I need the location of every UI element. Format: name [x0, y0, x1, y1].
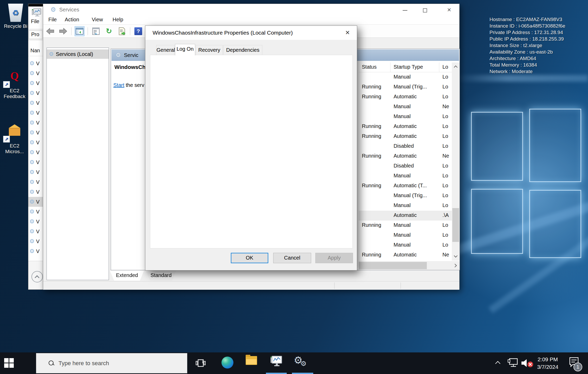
scroll-up-icon[interactable]	[452, 62, 460, 71]
table-row[interactable]: RunningAutomaticLo	[359, 132, 452, 141]
list-item[interactable]: ⚙V	[28, 59, 43, 68]
table-row[interactable]: ManualLo	[359, 171, 452, 181]
column-header-startup-type[interactable]: Startup Type	[390, 62, 439, 72]
refresh-button[interactable]: ↻	[104, 26, 114, 36]
table-row[interactable]: RunningAutomaticNe	[359, 250, 452, 260]
vertical-scrollbar[interactable]	[452, 62, 460, 261]
performance-monitor-icon[interactable]	[270, 355, 283, 369]
scroll-right-icon[interactable]	[452, 261, 460, 270]
list-item[interactable]: ⚙V	[28, 128, 43, 138]
tab-dependencies[interactable]: Dependencies	[223, 45, 262, 55]
menu-action[interactable]: Action	[65, 17, 79, 23]
network-icon[interactable]	[507, 358, 519, 370]
desktop-icon-ec2-feedback[interactable]: Q ↗ EC2 Feedback	[0, 71, 29, 99]
table-row[interactable]: DisabledLo	[359, 141, 452, 151]
properties-button[interactable]	[91, 26, 101, 36]
tab-recovery[interactable]: Recovery	[196, 45, 223, 55]
task-view-icon[interactable]	[195, 358, 206, 369]
table-row[interactable]: RunningAutomaticNe	[359, 151, 452, 161]
table-row[interactable]: ManualLo	[359, 230, 452, 240]
tab-general[interactable]: General	[156, 45, 174, 55]
menu-file[interactable]: File	[48, 17, 57, 23]
list-item[interactable]: ⚙V	[28, 147, 43, 157]
gear-icon: ⚙	[29, 139, 35, 146]
scroll-up-icon[interactable]	[31, 271, 43, 282]
apply-button[interactable]: Apply	[315, 253, 353, 263]
scrollbar-thumb[interactable]	[452, 208, 459, 242]
back-button[interactable]	[45, 26, 55, 36]
scroll-down-icon[interactable]	[452, 252, 460, 261]
tab-standard[interactable]: Standard	[146, 271, 176, 281]
table-row[interactable]: ManualNe	[359, 102, 452, 112]
column-header-name[interactable]: Nan	[30, 48, 40, 54]
table-row[interactable]: ManualLo	[359, 240, 452, 250]
gear-icon: ⚙	[29, 248, 35, 255]
table-row[interactable]: Manual (Trig...Lo	[359, 191, 452, 201]
table-row[interactable]: Automatic.\A	[359, 211, 452, 221]
service-name-truncated: V	[36, 169, 40, 175]
services-taskbar-icon[interactable]: ⚙⚙	[294, 356, 307, 369]
table-row[interactable]: ManualLo	[359, 112, 452, 122]
close-button[interactable]: ✕	[445, 7, 454, 13]
cancel-button[interactable]: Cancel	[273, 253, 311, 263]
table-row[interactable]: ManualLo	[359, 72, 452, 82]
table-row[interactable]: RunningAutomaticLo	[359, 92, 452, 102]
maximize-button[interactable]	[421, 7, 429, 13]
taskbar-search[interactable]: Type here to search	[36, 353, 187, 373]
list-item[interactable]: ⚙V	[28, 88, 43, 98]
gear-icon: ⚙	[29, 208, 35, 215]
background-window-footer	[28, 261, 43, 290]
table-cell: Automatic	[390, 211, 439, 221]
tab-log-on[interactable]: Log On	[175, 44, 195, 55]
horizontal-scrollbar[interactable]	[359, 261, 460, 270]
toolbar-pro-button[interactable]: Pro	[29, 30, 42, 39]
taskbar-clock[interactable]: 2:09 PM 3/7/2024	[533, 356, 562, 371]
minimize-button[interactable]	[401, 7, 409, 13]
column-header-logon[interactable]: Lo	[439, 62, 452, 72]
tree-item-services-local[interactable]: ⚙ Services (Local)	[47, 49, 109, 59]
export-list-button[interactable]	[117, 26, 127, 36]
forward-button[interactable]	[58, 26, 68, 36]
list-item[interactable]: ⚙V	[28, 207, 43, 217]
table-row[interactable]: RunningManual (Trig...Lo	[359, 82, 452, 92]
list-item[interactable]: ⚙V	[28, 187, 43, 197]
list-item[interactable]: ⚙V	[28, 227, 43, 236]
list-item[interactable]: ⚙V	[28, 78, 43, 88]
menu-view[interactable]: View	[92, 17, 103, 23]
table-row[interactable]: RunningAutomatic (T...Lo	[359, 181, 452, 191]
list-item[interactable]: ⚙V	[28, 108, 43, 118]
list-item[interactable]: ⚙V	[28, 98, 43, 108]
edge-icon[interactable]	[221, 357, 233, 369]
list-item[interactable]: ⚙V	[28, 167, 43, 177]
list-item[interactable]: ⚙V	[28, 246, 43, 256]
tray-expand-icon[interactable]	[495, 361, 500, 366]
start-service-link[interactable]: Start	[113, 82, 124, 88]
service-name-truncated: V	[36, 179, 40, 185]
list-item[interactable]: ⚙V	[28, 68, 43, 78]
list-item[interactable]: ⚙V	[28, 118, 43, 128]
list-item[interactable]: ⚙V	[28, 157, 43, 167]
table-row[interactable]: DisabledLo	[359, 161, 452, 171]
tab-extended[interactable]: Extended	[110, 271, 144, 281]
volume-muted-icon[interactable]	[520, 358, 535, 370]
start-button[interactable]	[4, 358, 15, 369]
close-icon[interactable]: ✕	[343, 29, 352, 37]
scrollbar-thumb[interactable]	[359, 262, 427, 269]
ok-button[interactable]: OK	[231, 253, 268, 263]
table-row[interactable]: RunningAutomaticLo	[359, 122, 452, 132]
list-item[interactable]: ⚙V	[28, 197, 43, 207]
desktop-icon-ec2-microsoft[interactable]: ↗ EC2 Micros...	[0, 124, 29, 154]
list-item[interactable]: ⚙V	[28, 138, 43, 147]
table-row[interactable]: ManualLo	[359, 201, 452, 211]
help-button[interactable]: ?	[133, 26, 143, 36]
file-explorer-icon[interactable]	[246, 354, 257, 365]
menu-file[interactable]: File	[31, 18, 39, 24]
desktop-icon-recycle-bin[interactable]: ♻ Recycle Bi	[1, 4, 30, 29]
show-console-tree-button[interactable]	[75, 26, 84, 36]
list-item[interactable]: ⚙V	[28, 177, 43, 187]
list-item[interactable]: ⚙V	[28, 217, 43, 227]
table-row[interactable]: RunningManualLo	[359, 221, 452, 230]
list-item[interactable]: ⚙V	[28, 236, 43, 246]
menu-help[interactable]: Help	[113, 17, 123, 23]
column-header-status[interactable]: Status	[359, 62, 390, 72]
